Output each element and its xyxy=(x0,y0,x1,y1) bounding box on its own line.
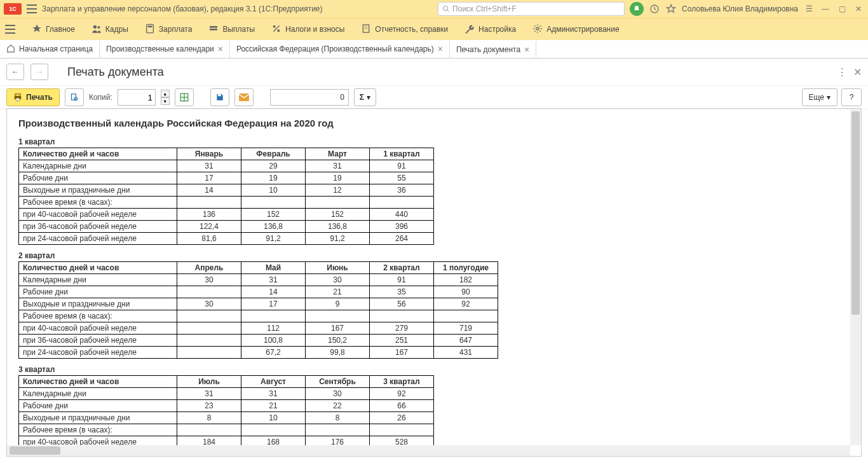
table-cell xyxy=(177,335,241,347)
table-header: Июль xyxy=(177,376,241,388)
mainmenu-item[interactable]: Кадры xyxy=(92,24,128,36)
email-button[interactable] xyxy=(234,88,254,106)
row-label: при 24-часовой рабочей неделе xyxy=(19,233,177,245)
table-cell: 56 xyxy=(370,298,434,310)
table-row: Календарные дни31313092 xyxy=(19,388,434,400)
mainmenu-label: Выплаты xyxy=(222,25,255,34)
notifications-button[interactable] xyxy=(630,2,644,16)
table-cell xyxy=(370,197,434,209)
chevron-down-icon: ▾ xyxy=(827,93,831,102)
history-icon[interactable] xyxy=(649,3,660,15)
hamburger-icon[interactable] xyxy=(27,4,37,13)
mainmenu-item[interactable]: Администрирование xyxy=(532,24,619,36)
table-header: 1 квартал xyxy=(370,148,434,160)
table-cell: 17 xyxy=(177,172,241,184)
mainmenu-item[interactable]: Выплаты xyxy=(208,24,255,36)
nav-forward-button[interactable]: → xyxy=(31,64,48,80)
table-cell: 35 xyxy=(370,286,434,298)
layout-button[interactable] xyxy=(175,88,194,106)
table-cell xyxy=(177,424,241,436)
titlebar: 1C Зарплата и управление персоналом (баз… xyxy=(0,0,868,18)
svg-rect-7 xyxy=(210,26,217,28)
envelope-icon xyxy=(239,93,249,101)
tab-close-icon[interactable]: × xyxy=(438,44,443,54)
scrollbar-horizontal[interactable] xyxy=(7,445,850,456)
more-button[interactable]: Еще▾ xyxy=(802,88,837,106)
nav-back-button[interactable]: ← xyxy=(6,64,24,80)
row-label: при 40-часовой рабочей неделе xyxy=(19,322,177,335)
row-label: Рабочее время (в часах): xyxy=(19,424,177,436)
table-row: Выходные и праздничные дни301795692 xyxy=(19,298,498,310)
table-row: Календарные дни30313091182 xyxy=(19,274,498,286)
wrench-icon xyxy=(465,24,475,36)
tab-close-icon[interactable]: × xyxy=(218,44,223,54)
tab[interactable]: Российская Федерация (Производственный к… xyxy=(230,40,450,58)
help-button[interactable]: ? xyxy=(841,88,862,106)
table-cell: 31 xyxy=(241,388,306,400)
table-cell xyxy=(370,310,434,322)
table-cell: 647 xyxy=(434,335,498,347)
mainmenu-item[interactable]: Главное xyxy=(32,24,75,36)
page-kebab-icon[interactable]: ⋮ xyxy=(837,66,847,78)
table-cell xyxy=(177,310,241,322)
calendar-table: Количество дней и часовЯнварьФевральМарт… xyxy=(18,148,434,245)
mainmenu-label: Кадры xyxy=(105,25,128,34)
quarter-title: 1 квартал xyxy=(18,137,850,146)
search-input[interactable]: Поиск Ctrl+Shift+F xyxy=(438,2,625,16)
preview-button[interactable] xyxy=(65,88,84,106)
table-header: Количество дней и часов xyxy=(19,376,177,388)
print-button[interactable]: Печать xyxy=(6,88,60,106)
sections-icon[interactable] xyxy=(5,25,15,34)
mainmenu-item[interactable]: Настройка xyxy=(465,24,516,36)
save-button[interactable] xyxy=(210,88,229,106)
table-cell: 19 xyxy=(241,172,306,184)
table-row: при 24-часовой рабочей неделе81,691,291,… xyxy=(19,233,434,245)
settings-lines-icon[interactable]: ☰ xyxy=(803,3,815,15)
calendar-table: Количество дней и часовАпрельМайИюнь2 кв… xyxy=(18,261,498,359)
table-row: Рабочее время (в часах): xyxy=(19,310,498,322)
maximize-icon[interactable]: ▢ xyxy=(836,3,848,15)
minimize-icon[interactable]: — xyxy=(820,3,831,15)
copies-spinner[interactable]: ▲▼ xyxy=(161,90,170,105)
document-scroll[interactable]: Производственный календарь Российская Фе… xyxy=(7,109,861,456)
table-cell: 396 xyxy=(370,221,434,233)
mainmenu-item[interactable]: Зарплата xyxy=(145,24,193,36)
tab-close-icon[interactable]: × xyxy=(524,45,529,55)
table-header: Май xyxy=(241,262,306,274)
page-title: Печать документа xyxy=(67,66,164,79)
money-icon xyxy=(208,24,219,36)
tab[interactable]: Производственные календари× xyxy=(100,40,230,58)
svg-rect-18 xyxy=(16,98,20,100)
close-window-icon[interactable]: ✕ xyxy=(853,3,864,15)
tab-label: Печать документа xyxy=(456,45,520,54)
table-cell: 100,8 xyxy=(241,335,306,347)
table-cell xyxy=(434,310,498,322)
tab[interactable]: Печать документа× xyxy=(450,40,536,58)
table-cell: 99,8 xyxy=(306,347,370,359)
spin-up-icon[interactable]: ▲ xyxy=(161,90,170,97)
table-cell: 90 xyxy=(434,286,498,298)
scrollbar-vertical[interactable] xyxy=(850,109,861,445)
tab[interactable]: Начальная страница xyxy=(0,40,100,58)
scrollbar-thumb[interactable] xyxy=(10,446,60,455)
spin-down-icon[interactable]: ▼ xyxy=(161,97,170,105)
copies-input[interactable] xyxy=(118,89,156,106)
table-cell: 8 xyxy=(306,412,370,424)
page-close-icon[interactable]: ✕ xyxy=(853,66,862,78)
sum-button[interactable]: Σ▾ xyxy=(354,88,376,106)
table-cell: 92 xyxy=(434,298,498,310)
mainmenu-item[interactable]: Отчетность, справки xyxy=(361,24,448,36)
row-label: Календарные дни xyxy=(19,388,177,400)
table-cell: 182 xyxy=(434,274,498,286)
star-icon xyxy=(32,24,42,36)
favorite-icon[interactable] xyxy=(665,3,677,15)
tabs-bar: Начальная страницаПроизводственные кален… xyxy=(0,40,868,59)
scrollbar-thumb[interactable] xyxy=(851,111,860,315)
mainmenu-item[interactable]: Налоги и взносы xyxy=(271,24,344,36)
table-cell: 21 xyxy=(241,400,306,412)
table-row: Выходные и праздничные дни14101236 xyxy=(19,184,434,197)
svg-rect-8 xyxy=(210,29,217,31)
main-menu: ГлавноеКадрыЗарплатаВыплатыНалоги и взно… xyxy=(0,18,868,40)
mainmenu-label: Главное xyxy=(46,25,75,34)
row-label: Календарные дни xyxy=(19,160,177,172)
